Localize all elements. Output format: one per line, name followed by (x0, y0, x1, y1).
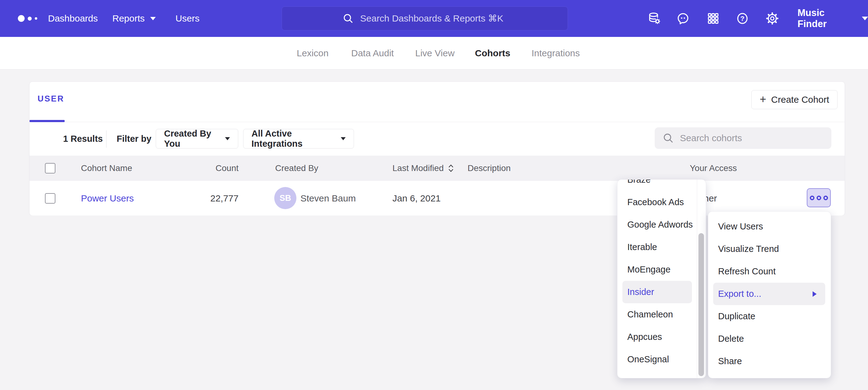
integrations-filter-dropdown[interactable]: All Active Integrations (243, 129, 354, 149)
scrollbar-thumb[interactable] (699, 233, 704, 376)
search-icon (662, 132, 674, 144)
menu-item-moengage[interactable]: MoEngage (617, 258, 697, 281)
dot-icon (816, 196, 821, 200)
chevron-down-icon (225, 137, 230, 140)
tab-lexicon[interactable]: Lexicon (297, 37, 329, 69)
row-actions-menu: View Users Visualize Trend Refresh Count… (708, 211, 831, 378)
dot-icon (810, 196, 814, 200)
col-last-modified[interactable]: Last Modified (393, 156, 454, 181)
menu-item-delete[interactable]: Delete (708, 328, 831, 350)
created-by-name: Steven Baum (301, 181, 356, 216)
section-tabbar: Lexicon Data Audit Live View Cohorts Int… (0, 37, 868, 69)
help-icon[interactable]: ? (736, 12, 749, 25)
menu-item-view-users[interactable]: View Users (708, 215, 831, 238)
col-description: Description (468, 156, 510, 181)
table-row: Power Users 22,777 SB Steven Baum Jan 6,… (30, 181, 845, 216)
user-tab-underline (30, 120, 65, 122)
app-screen: Dashboards Reports Users (0, 0, 868, 390)
cohort-count: 22,777 (192, 181, 239, 216)
brand-logo-icon[interactable] (18, 0, 37, 37)
top-navbar: Dashboards Reports Users (0, 0, 868, 37)
search-icon (342, 12, 354, 24)
menu-item-onesignal[interactable]: OneSignal (617, 348, 697, 370)
row-checkbox[interactable] (45, 193, 55, 204)
project-name: Music Finder (798, 7, 854, 30)
nav-reports[interactable]: Reports (112, 0, 156, 37)
menu-item-share[interactable]: Share (708, 350, 831, 372)
data-management-icon[interactable] (648, 12, 661, 25)
export-targets-menu: Braze Facebook Ads Google Adwords Iterab… (617, 179, 706, 378)
global-search[interactable] (282, 6, 568, 30)
menu-item-iterable[interactable]: Iterable (617, 236, 697, 258)
menu-item-appcues[interactable]: Appcues (617, 326, 697, 348)
avatar: SB (274, 187, 297, 209)
settings-gear-icon[interactable] (766, 12, 779, 25)
plus-icon: + (760, 94, 766, 105)
cohort-search[interactable] (655, 127, 831, 149)
menu-item-refresh-count[interactable]: Refresh Count (708, 260, 831, 283)
table-header: Cohort Name Count Created By Last Modifi… (30, 156, 845, 181)
project-switcher[interactable]: Music Finder (798, 0, 868, 37)
last-modified-date: Jan 6, 2021 (393, 181, 441, 216)
svg-text:?: ? (740, 15, 744, 23)
cohort-search-input[interactable] (679, 133, 809, 143)
create-cohort-button[interactable]: + Create Cohort (751, 90, 838, 109)
tab-integrations[interactable]: Integrations (532, 37, 580, 69)
created-by-filter-dropdown[interactable]: Created By You (156, 129, 238, 149)
col-cohort-name: Cohort Name (81, 156, 132, 181)
tab-user-cohorts[interactable]: USER (37, 94, 64, 104)
cohorts-panel: USER + Create Cohort 1 Results Filter by… (29, 82, 845, 215)
filter-by-label: Filter by (117, 122, 151, 156)
menu-item-export-to[interactable]: Export to... (713, 283, 825, 305)
col-created-by: Created By (275, 156, 318, 181)
nav-users[interactable]: Users (176, 0, 199, 37)
nav-dashboards[interactable]: Dashboards (48, 0, 98, 37)
row-actions-button[interactable] (807, 188, 831, 207)
apps-grid-icon[interactable] (706, 12, 720, 25)
tab-live-view[interactable]: Live View (415, 37, 455, 69)
filter-toolbar: 1 Results Filter by Created By You All A… (30, 122, 845, 156)
cohort-name-link[interactable]: Power Users (81, 193, 134, 204)
col-your-access: Your Access (690, 156, 737, 181)
scrollbar-track (697, 180, 697, 378)
submenu-arrow-icon (813, 291, 816, 297)
sort-icon (447, 164, 454, 173)
chevron-down-icon (862, 17, 868, 20)
menu-item-google-adwords[interactable]: Google Adwords (617, 214, 697, 236)
chevron-down-icon (150, 17, 156, 20)
cohort-type-tabs: USER + Create Cohort (30, 82, 845, 122)
menu-item-visualize-trend[interactable]: Visualize Trend (708, 238, 831, 260)
dot-icon (824, 196, 828, 200)
tab-data-audit[interactable]: Data Audit (351, 37, 394, 69)
tab-cohorts[interactable]: Cohorts (475, 37, 510, 69)
divider (106, 130, 106, 148)
results-count: 1 Results (63, 122, 103, 156)
menu-item-facebook-ads[interactable]: Facebook Ads (617, 191, 697, 214)
select-all-checkbox[interactable] (45, 163, 55, 173)
global-search-input[interactable] (360, 13, 507, 24)
menu-item-duplicate[interactable]: Duplicate (708, 305, 831, 328)
menu-item-chameleon[interactable]: Chameleon (617, 303, 697, 326)
menu-item-insider[interactable]: Insider (622, 281, 692, 303)
menu-item-braze[interactable]: Braze (617, 179, 697, 191)
feedback-chat-icon[interactable] (676, 12, 690, 25)
col-count: Count (202, 156, 239, 181)
chevron-down-icon (341, 137, 346, 140)
